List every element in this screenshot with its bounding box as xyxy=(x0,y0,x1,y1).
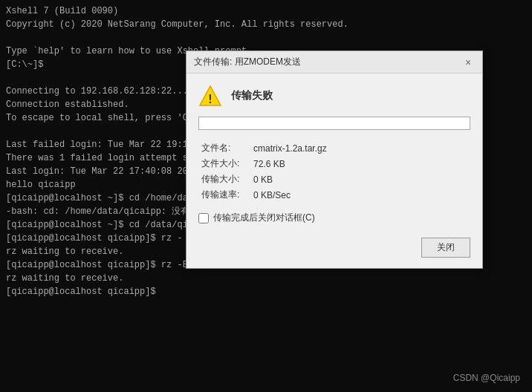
info-row: 传输大小:0 KB xyxy=(198,172,470,187)
error-section: ! 传输失败 xyxy=(198,84,470,108)
checkbox-label: 传输完成后关闭对话框(C) xyxy=(213,212,315,224)
info-row: 文件名:cmatrix-1.2a.tar.gz xyxy=(198,140,470,156)
info-label: 传输速率: xyxy=(198,187,250,203)
info-label: 文件名: xyxy=(198,140,250,156)
button-section: 关闭 xyxy=(198,235,470,258)
info-label: 文件大小: xyxy=(198,156,250,172)
zmodem-dialog: 文件传输: 用ZMODEM发送 × ! 传输失败 文件名:cmatrix-1.2… xyxy=(186,50,483,269)
watermark: CSDN @Qicaipp xyxy=(453,373,520,383)
info-value: cmatrix-1.2a.tar.gz xyxy=(250,140,470,156)
info-label: 传输大小: xyxy=(198,172,250,187)
svg-text:!: ! xyxy=(208,93,212,105)
close-button[interactable]: 关闭 xyxy=(421,238,470,258)
warning-icon: ! xyxy=(198,84,222,108)
error-message: 传输失败 xyxy=(231,89,273,102)
info-value: 0 KB/Sec xyxy=(250,187,470,203)
info-value: 72.6 KB xyxy=(250,156,470,172)
dialog-title: 文件传输: 用ZMODEM发送 xyxy=(194,56,301,68)
auto-close-checkbox[interactable] xyxy=(198,213,209,223)
info-row: 文件大小:72.6 KB xyxy=(198,156,470,172)
dialog-titlebar: 文件传输: 用ZMODEM发送 × xyxy=(186,51,482,74)
transfer-info-table: 文件名:cmatrix-1.2a.tar.gz文件大小:72.6 KB传输大小:… xyxy=(198,140,470,203)
info-value: 0 KB xyxy=(250,172,470,187)
progress-bar-container xyxy=(198,117,470,130)
checkbox-section: 传输完成后关闭对话框(C) xyxy=(198,212,470,224)
dialog-body: ! 传输失败 文件名:cmatrix-1.2a.tar.gz文件大小:72.6 … xyxy=(186,74,482,268)
dialog-close-button[interactable]: × xyxy=(461,56,475,69)
info-row: 传输速率:0 KB/Sec xyxy=(198,187,470,203)
